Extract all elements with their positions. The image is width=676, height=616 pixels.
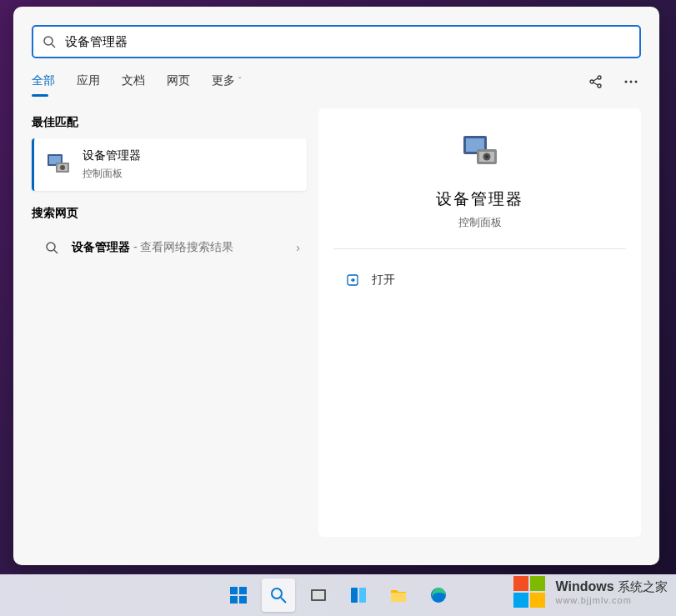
- tab-all[interactable]: 全部: [32, 73, 55, 97]
- svg-point-14: [60, 165, 65, 170]
- open-action[interactable]: 打开: [333, 266, 626, 294]
- svg-line-29: [281, 598, 286, 603]
- device-manager-icon: [46, 153, 71, 178]
- tabs-right-actions: [586, 72, 641, 92]
- tab-more[interactable]: 更多ˇ: [212, 73, 241, 97]
- search-icon: [43, 239, 60, 256]
- tab-apps[interactable]: 应用: [77, 73, 100, 97]
- svg-rect-24: [230, 587, 238, 594]
- svg-rect-27: [239, 596, 247, 603]
- widgets-button[interactable]: [342, 578, 375, 612]
- search-box[interactable]: [32, 25, 641, 58]
- svg-point-22: [485, 155, 488, 158]
- preview-sub: 控制面板: [333, 215, 626, 230]
- taskbar: [0, 574, 676, 616]
- best-match-title: 设备管理器: [83, 148, 141, 163]
- svg-line-5: [593, 78, 598, 81]
- tab-web[interactable]: 网页: [167, 73, 190, 97]
- edge-button[interactable]: [422, 578, 455, 612]
- svg-point-28: [272, 588, 282, 598]
- open-label: 打开: [372, 273, 395, 288]
- tabs-row: 全部 应用 文档 网页 更多ˇ: [13, 58, 659, 97]
- chevron-down-icon: ˇ: [238, 77, 241, 86]
- search-input[interactable]: [65, 35, 631, 49]
- web-search-term: 设备管理器: [72, 240, 130, 253]
- tab-more-label: 更多: [212, 73, 235, 87]
- svg-point-7: [625, 81, 628, 83]
- svg-point-4: [598, 84, 601, 88]
- device-manager-icon-large: [460, 133, 500, 173]
- svg-rect-25: [239, 587, 247, 594]
- task-view-button[interactable]: [302, 578, 335, 612]
- search-box-container: [13, 7, 659, 58]
- start-button[interactable]: [222, 578, 255, 612]
- search-panel: 全部 应用 文档 网页 更多ˇ 最佳匹配 设备管理器 控制面板: [13, 7, 659, 565]
- open-icon: [345, 273, 360, 288]
- svg-point-15: [47, 243, 55, 251]
- svg-point-2: [590, 80, 593, 83]
- search-web-header: 搜索网页: [32, 206, 307, 221]
- svg-rect-34: [391, 593, 406, 602]
- preview-panel: 设备管理器 控制面板 打开: [318, 108, 641, 537]
- best-match-text: 设备管理器 控制面板: [83, 148, 141, 181]
- web-search-suffix: - 查看网络搜索结果: [130, 240, 233, 253]
- search-icon: [42, 34, 57, 49]
- web-search-text: 设备管理器 - 查看网络搜索结果: [72, 240, 233, 255]
- svg-point-3: [598, 76, 601, 79]
- file-explorer-button[interactable]: [382, 578, 415, 612]
- svg-rect-32: [351, 588, 358, 603]
- svg-point-0: [44, 37, 53, 45]
- preview-title: 设备管理器: [333, 188, 626, 210]
- preview-header: 设备管理器 控制面板: [333, 133, 626, 249]
- best-match-header: 最佳匹配: [32, 115, 307, 130]
- svg-point-9: [635, 81, 638, 83]
- taskbar-icons: [222, 578, 455, 612]
- content-area: 最佳匹配 设备管理器 控制面板 搜索网页 设备管理器 - 查看网络搜索结果: [13, 97, 659, 555]
- results-column: 最佳匹配 设备管理器 控制面板 搜索网页 设备管理器 - 查看网络搜索结果: [32, 108, 307, 537]
- best-match-sub: 控制面板: [83, 167, 141, 181]
- share-icon[interactable]: [586, 72, 606, 92]
- svg-rect-26: [230, 596, 238, 603]
- search-button[interactable]: [262, 578, 295, 612]
- svg-rect-33: [359, 588, 366, 603]
- web-search-left: 设备管理器 - 查看网络搜索结果: [43, 239, 233, 256]
- web-search-item[interactable]: 设备管理器 - 查看网络搜索结果 ›: [32, 229, 307, 266]
- chevron-right-icon: ›: [296, 241, 300, 254]
- svg-line-16: [54, 250, 58, 253]
- more-options-icon[interactable]: [621, 72, 641, 92]
- svg-point-8: [630, 81, 633, 83]
- svg-line-1: [52, 44, 55, 48]
- tab-docs[interactable]: 文档: [122, 73, 145, 97]
- svg-line-6: [593, 83, 598, 85]
- best-match-item[interactable]: 设备管理器 控制面板: [32, 138, 307, 191]
- svg-rect-31: [313, 591, 324, 599]
